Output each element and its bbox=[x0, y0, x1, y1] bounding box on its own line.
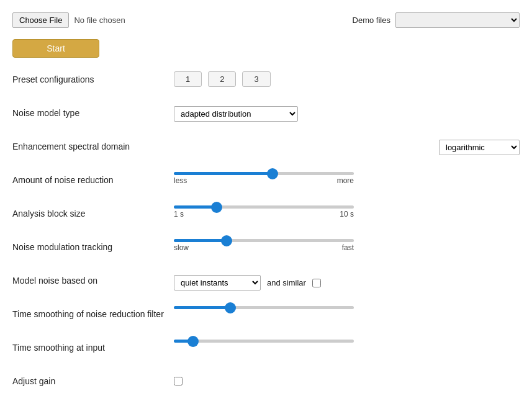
demo-files-label: Demo files bbox=[353, 16, 390, 25]
analysis-block-size-control: 1 s 10 s bbox=[174, 205, 520, 219]
model-noise-select[interactable]: quiet instants all instants bbox=[174, 275, 261, 291]
noise-model-type-label: Noise model type bbox=[12, 105, 174, 120]
and-similar-checkbox[interactable] bbox=[312, 279, 321, 287]
choose-file-button[interactable]: Choose File bbox=[12, 12, 69, 28]
noise-reduction-min-label: less bbox=[174, 176, 187, 185]
noise-reduction-row: Amount of noise reduction less more bbox=[12, 172, 520, 194]
noise-reduction-max-label: more bbox=[337, 176, 354, 185]
demo-files-select[interactable] bbox=[395, 12, 520, 28]
noise-reduction-slider-wrapper: less more bbox=[174, 172, 354, 185]
time-smoothing-input-slider-wrapper bbox=[174, 340, 354, 343]
analysis-block-max-label: 10 s bbox=[340, 210, 354, 219]
settings-container: Preset configurations 1 2 3 Noise model … bbox=[12, 71, 520, 395]
noise-reduction-control: less more bbox=[174, 172, 520, 185]
noise-reduction-label: Amount of noise reduction bbox=[12, 172, 174, 187]
demo-files-section: Demo files bbox=[353, 12, 520, 28]
and-similar-label: and similar bbox=[267, 278, 306, 287]
analysis-block-size-slider[interactable] bbox=[174, 205, 354, 209]
time-smoothing-noise-filter-slider[interactable] bbox=[174, 306, 354, 309]
noise-modulation-slider[interactable] bbox=[174, 239, 354, 242]
time-smoothing-input-control bbox=[174, 340, 520, 343]
noise-modulation-min-label: slow bbox=[174, 243, 189, 252]
adjust-gain-label: Adjust gain bbox=[12, 373, 174, 388]
noise-modulation-row: Noise modulation tracking slow fast bbox=[12, 239, 520, 261]
time-smoothing-input-row: Time smoothing at input bbox=[12, 340, 520, 362]
time-smoothing-input-slider[interactable] bbox=[174, 340, 354, 343]
noise-modulation-max-label: fast bbox=[342, 243, 354, 252]
time-smoothing-noise-slider-wrapper bbox=[174, 306, 354, 309]
enhancement-spectral-row: Enhancement spectral domain logarithmic … bbox=[12, 138, 520, 161]
noise-modulation-control: slow fast bbox=[174, 239, 520, 252]
preset-button-1[interactable]: 1 bbox=[174, 71, 202, 87]
analysis-block-min-label: 1 s bbox=[174, 210, 184, 219]
analysis-block-size-label: Analysis block size bbox=[12, 205, 174, 220]
time-smoothing-noise-filter-row: Time smoothing of noise reduction filter bbox=[12, 306, 520, 328]
noise-modulation-label: Noise modulation tracking bbox=[12, 239, 174, 254]
model-noise-control: quiet instants all instants and similar bbox=[174, 273, 520, 291]
time-smoothing-noise-filter-label: Time smoothing of noise reduction filter bbox=[12, 306, 174, 321]
preset-buttons-group: 1 2 3 bbox=[174, 71, 520, 87]
noise-modulation-slider-wrapper: slow fast bbox=[174, 239, 354, 252]
enhancement-spectral-control: logarithmic linear power bbox=[174, 138, 520, 155]
analysis-block-slider-labels: 1 s 10 s bbox=[174, 210, 354, 219]
noise-reduction-slider[interactable] bbox=[174, 172, 354, 175]
preset-configurations-control: 1 2 3 bbox=[174, 71, 520, 87]
file-section: Choose File No file chosen bbox=[12, 12, 125, 28]
preset-button-2[interactable]: 2 bbox=[208, 71, 236, 87]
preset-configurations-label: Preset configurations bbox=[12, 71, 174, 86]
adjust-gain-row: Adjust gain bbox=[12, 373, 520, 395]
enhancement-spectral-label: Enhancement spectral domain bbox=[12, 138, 174, 153]
noise-model-type-select[interactable]: adapted distribution stationary non-stat… bbox=[174, 106, 298, 122]
time-smoothing-input-label: Time smoothing at input bbox=[12, 340, 174, 354]
analysis-block-size-row: Analysis block size 1 s 10 s bbox=[12, 205, 520, 228]
no-file-label: No file chosen bbox=[74, 16, 125, 25]
noise-model-type-row: Noise model type adapted distribution st… bbox=[12, 105, 520, 127]
adjust-gain-control bbox=[174, 373, 520, 385]
adjust-gain-checkbox[interactable] bbox=[174, 377, 183, 385]
noise-modulation-slider-labels: slow fast bbox=[174, 243, 354, 252]
preset-configurations-row: Preset configurations 1 2 3 bbox=[12, 71, 520, 94]
analysis-block-slider-wrapper: 1 s 10 s bbox=[174, 205, 354, 219]
noise-model-type-control: adapted distribution stationary non-stat… bbox=[174, 105, 520, 122]
top-bar: Choose File No file chosen Demo files bbox=[12, 12, 520, 28]
model-noise-row: Model noise based on quiet instants all … bbox=[12, 273, 520, 295]
model-noise-inner: quiet instants all instants and similar bbox=[174, 273, 520, 291]
model-noise-label: Model noise based on bbox=[12, 273, 174, 287]
preset-button-3[interactable]: 3 bbox=[242, 71, 270, 87]
start-button[interactable]: Start bbox=[12, 39, 99, 58]
time-smoothing-noise-filter-control bbox=[174, 306, 520, 309]
enhancement-spectral-select[interactable]: logarithmic linear power bbox=[439, 140, 520, 155]
noise-reduction-slider-labels: less more bbox=[174, 176, 354, 185]
